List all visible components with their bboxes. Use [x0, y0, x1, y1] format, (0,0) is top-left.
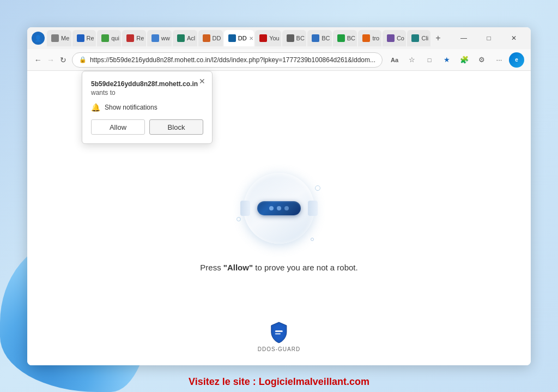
decor-circle-4: [311, 238, 314, 241]
tab-favicon: [259, 34, 267, 42]
tab-label: You: [269, 35, 280, 41]
tab-label: Cli: [421, 35, 428, 41]
svg-rect-1: [275, 333, 281, 335]
robot-ear-left: [240, 201, 250, 216]
popup-permission-text: Show notifications: [105, 104, 157, 111]
block-button[interactable]: Block: [149, 119, 203, 135]
decor-circle-3: [236, 217, 241, 221]
maximize-button[interactable]: □: [476, 29, 501, 47]
bell-icon: 🔔: [91, 103, 100, 112]
tab-label: Re: [87, 35, 94, 41]
profile-settings-icon[interactable]: ⚙: [474, 52, 489, 68]
tab-re1[interactable]: Re: [72, 30, 96, 46]
tab-me[interactable]: Me: [47, 30, 71, 46]
visor-dot-3: [284, 206, 289, 210]
tab-favicon: [287, 34, 294, 42]
ddos-guard-logo: DDOS-GUARD: [258, 321, 300, 352]
tab-favicon: [312, 34, 319, 42]
tab-label: Re: [136, 35, 144, 41]
robot-illustration: [235, 165, 323, 252]
popup-close-button[interactable]: ✕: [197, 76, 208, 87]
tab-favicon: [101, 34, 109, 42]
instruction-text: Press "Allow" to prove you are not a rob…: [200, 263, 357, 272]
tab-label: Acl: [187, 35, 195, 41]
refresh-button[interactable]: ↻: [59, 52, 68, 68]
browser-window: 👤 Me Re qui Re ww: [27, 27, 531, 365]
collections-icon[interactable]: □: [422, 52, 437, 68]
svg-rect-0: [275, 330, 283, 332]
tab-label: BC: [347, 35, 355, 41]
tab-label: DD: [213, 35, 221, 41]
tab-favicon: [411, 34, 419, 42]
decor-circle-2: [315, 185, 320, 191]
address-bar: ← → ↻ 🔒 https://5b59de216yddu8n28f.mohet…: [27, 49, 531, 71]
tab-favicon: [362, 34, 370, 42]
ddos-shield-icon: [269, 321, 289, 344]
bookmark-icon[interactable]: ☆: [404, 52, 420, 68]
tab-favicon: [51, 34, 59, 42]
instruction-suffix: to prove you are not a robot.: [253, 263, 358, 272]
ddos-label-text: DDOS-GUARD: [258, 346, 300, 352]
tab-label: qui: [111, 35, 119, 41]
tab-label: BC: [322, 35, 330, 41]
tab-dd1[interactable]: DD: [198, 30, 223, 46]
more-options-icon[interactable]: ···: [492, 52, 507, 68]
robot-ear-right: [308, 201, 318, 216]
tab-label: DD: [238, 35, 247, 41]
tab-bc3[interactable]: BC: [333, 30, 357, 46]
tab-bc1[interactable]: BC: [282, 30, 307, 46]
popup-wants-text: wants to: [91, 89, 203, 97]
toolbar-icons: Aa ☆ □ ★ 🧩 ⚙ ··· e: [387, 52, 524, 68]
instruction-bold: "Allow": [223, 263, 253, 272]
tab-favicon: [177, 34, 185, 42]
url-text: https://5b59de216yddu8n28f.mohett.co.in/…: [90, 56, 375, 64]
tab-co[interactable]: Co: [383, 30, 407, 46]
popup-buttons: Allow Block: [91, 119, 203, 135]
tab-re2[interactable]: Re: [122, 30, 146, 46]
tab-favicon: [228, 34, 236, 42]
tab-qui[interactable]: qui: [97, 30, 121, 46]
popup-permission-row: 🔔 Show notifications: [91, 103, 203, 112]
tab-cli[interactable]: Cli: [407, 30, 430, 46]
tab-ww[interactable]: ww: [147, 30, 172, 46]
lock-icon: 🔒: [79, 56, 87, 63]
title-bar: 👤 Me Re qui Re ww: [27, 27, 531, 49]
tab-label: Me: [61, 35, 69, 41]
allow-button[interactable]: Allow: [91, 119, 145, 135]
read-mode-icon[interactable]: Aa: [387, 52, 402, 68]
new-tab-button[interactable]: +: [432, 31, 445, 46]
tab-label: ww: [161, 35, 170, 41]
tab-favicon: [337, 34, 345, 42]
tab-tro[interactable]: tro: [358, 30, 381, 46]
tab-you[interactable]: You: [255, 30, 281, 46]
tab-bc2[interactable]: BC: [307, 30, 332, 46]
robot-body: [244, 173, 314, 244]
close-button[interactable]: ✕: [501, 29, 526, 47]
tab-bar: Me Re qui Re ww Acl: [47, 30, 445, 46]
tab-favicon: [126, 34, 134, 42]
forward-button[interactable]: →: [46, 52, 54, 68]
tab-label: BC: [296, 35, 305, 41]
minimize-button[interactable]: —: [451, 29, 476, 47]
tab-favicon: [203, 34, 210, 42]
notification-popup: ✕ 5b59de216yddu8n28f.mohett.co.in wants …: [82, 71, 213, 144]
tab-close-icon[interactable]: ✕: [249, 35, 253, 41]
tab-label: tro: [372, 35, 379, 41]
window-controls: — □ ✕: [451, 29, 526, 47]
extensions-icon[interactable]: 🧩: [457, 52, 472, 68]
back-button[interactable]: ←: [34, 52, 42, 68]
favorites-icon[interactable]: ★: [439, 52, 454, 68]
visor-dot-2: [277, 206, 281, 210]
url-bar[interactable]: 🔒 https://5b59de216yddu8n28f.mohett.co.i…: [72, 52, 383, 68]
tab-favicon: [151, 34, 159, 42]
edge-icon[interactable]: e: [509, 52, 524, 68]
popup-site-name: 5b59de216yddu8n28f.mohett.co.in: [91, 80, 203, 88]
instruction-prefix: Press: [200, 263, 223, 272]
tab-acl[interactable]: Acl: [173, 30, 197, 46]
tab-label: Co: [397, 35, 404, 41]
visor-dot-1: [269, 206, 274, 210]
profile-icon[interactable]: 👤: [32, 32, 45, 45]
watermark-text: Visitez le site : Logicielmalveillant.co…: [189, 376, 369, 388]
tab-favicon: [387, 34, 395, 42]
tab-dd-active[interactable]: DD ✕: [224, 30, 254, 46]
